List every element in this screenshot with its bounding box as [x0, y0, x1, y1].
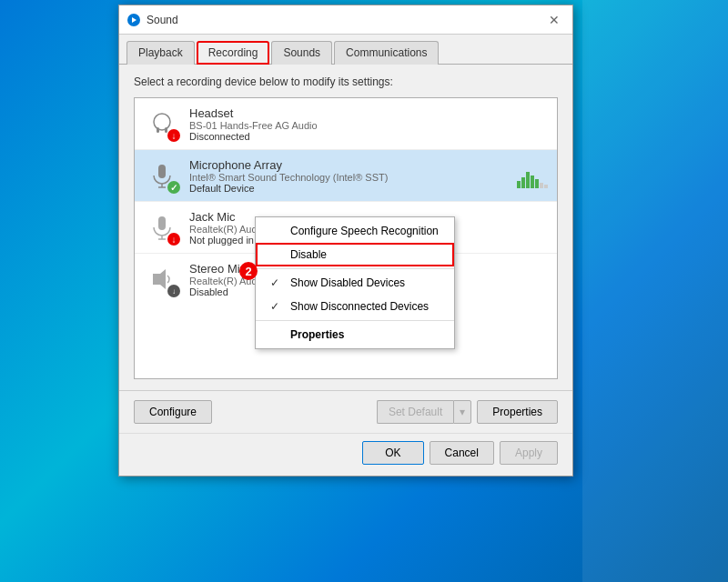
- svg-rect-7: [158, 216, 166, 230]
- set-default-dropdown[interactable]: ▾: [453, 400, 471, 424]
- ctx-show-disconnected[interactable]: ✓ Show Disconnected Devices: [256, 295, 454, 318]
- ctx-label-show-disconnected: Show Disconnected Devices: [290, 300, 429, 313]
- ctx-label-configure-speech: Configure Speech Recognition: [290, 225, 439, 237]
- ctx-label-properties: Properties: [290, 328, 344, 341]
- ctx-label-disable: Disable: [290, 248, 327, 261]
- vol-bar-1: [517, 181, 521, 188]
- tab-recording[interactable]: Recording: [197, 41, 270, 65]
- jack-mic-status-badge: ↓: [167, 233, 180, 246]
- window-icon: [126, 13, 141, 27]
- headset-name: Headset: [189, 106, 548, 120]
- ok-button[interactable]: OK: [362, 441, 423, 465]
- tab-sounds[interactable]: Sounds: [271, 41, 332, 65]
- headset-info: Headset BS-01 Hands-Free AG Audio Discon…: [189, 106, 548, 142]
- cancel-button[interactable]: Cancel: [430, 441, 494, 465]
- set-default-button[interactable]: Set Default: [377, 400, 453, 424]
- properties-button[interactable]: Properties: [477, 400, 558, 424]
- device-icon-jack-mic: ↓: [144, 209, 180, 246]
- svg-marker-10: [153, 269, 166, 289]
- vol-bar-3: [526, 172, 530, 188]
- device-mic-array[interactable]: ✓ Microphone Array Intel® Smart Sound Te…: [135, 150, 557, 202]
- stereo-mix-status-badge: ↓: [167, 285, 180, 297]
- vol-bar-5: [535, 179, 539, 188]
- headset-sub: BS-01 Hands-Free AG Audio: [189, 120, 548, 131]
- mic-array-status-badge: ✓: [167, 181, 180, 194]
- ctx-configure-speech[interactable]: Configure Speech Recognition: [256, 219, 454, 243]
- ctx-show-disabled[interactable]: ✓ Show Disabled Devices: [256, 271, 454, 295]
- svg-rect-4: [158, 165, 166, 178]
- svg-point-1: [154, 114, 170, 130]
- headset-status-badge: ↓: [167, 129, 180, 142]
- ctx-label-show-disabled: Show Disabled Devices: [290, 276, 405, 289]
- svg-rect-2: [157, 127, 159, 133]
- window-title: Sound: [147, 14, 543, 26]
- annotation-2: 2: [239, 262, 258, 280]
- tab-communications[interactable]: Communications: [334, 41, 439, 65]
- set-default-wrap: Set Default ▾: [377, 400, 471, 424]
- title-bar: Sound ✕: [119, 5, 572, 35]
- device-headset[interactable]: ↓ Headset BS-01 Hands-Free AG Audio Disc…: [135, 98, 557, 150]
- device-icon-stereo-mix: ↓: [144, 261, 180, 297]
- context-menu: Configure Speech Recognition Disable ✓ S…: [255, 216, 455, 349]
- vol-bar-2: [521, 177, 525, 188]
- ctx-separator-1: [256, 268, 454, 269]
- close-button[interactable]: ✕: [543, 9, 565, 31]
- apply-button[interactable]: Apply: [500, 441, 558, 465]
- vol-bar-4: [531, 176, 534, 188]
- ctx-check-3: ✓: [270, 300, 285, 313]
- tab-playback[interactable]: Playback: [126, 41, 195, 65]
- configure-button[interactable]: Configure: [134, 400, 212, 424]
- ctx-properties[interactable]: Properties: [256, 323, 454, 346]
- instruction-text: Select a recording device below to modif…: [134, 75, 558, 88]
- vol-bar-7: [544, 185, 548, 188]
- volume-bars: [517, 163, 548, 188]
- ctx-check-2: ✓: [270, 276, 285, 289]
- mic-array-sub: Intel® Smart Sound Technology (Intel® SS…: [189, 172, 508, 183]
- svg-rect-3: [165, 127, 167, 133]
- mic-array-name: Microphone Array: [189, 158, 508, 172]
- ctx-disable[interactable]: Disable: [256, 243, 454, 266]
- mic-array-info: Microphone Array Intel® Smart Sound Tech…: [189, 158, 508, 194]
- headset-status: Disconnected: [189, 131, 548, 142]
- tab-bar: Playback Recording Sounds Communications: [119, 35, 572, 65]
- device-icon-headset: ↓: [144, 105, 180, 142]
- bottom-bar: Configure Set Default ▾ Properties: [119, 390, 572, 433]
- device-icon-mic-array: ✓: [144, 157, 180, 194]
- vol-bar-6: [540, 183, 543, 188]
- mic-array-status: Default Device: [189, 183, 508, 194]
- action-bar: OK Cancel Apply: [119, 433, 572, 476]
- ctx-separator-2: [256, 320, 454, 321]
